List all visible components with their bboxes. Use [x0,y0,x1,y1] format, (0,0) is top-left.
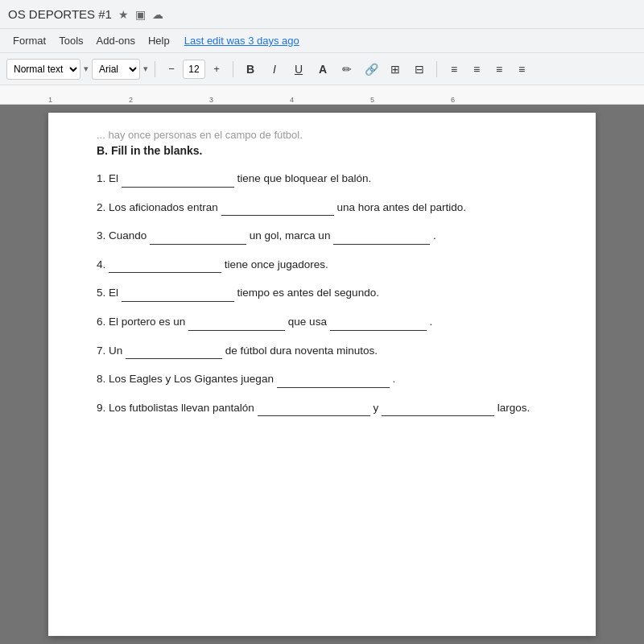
star-icon[interactable]: ★ [118,8,129,21]
title-bar: OS DEPORTES #1 ★ ▣ ☁ [0,0,644,29]
font-chevron-icon: ▾ [143,64,148,74]
item-number: 7. Un [97,345,126,357]
list-item: 4. tiene once jugadores. [97,256,547,274]
ruler-mark-6: 6 [451,96,455,104]
highlight-button[interactable]: ✏ [336,59,357,80]
drive-icon[interactable]: ▣ [135,8,146,21]
item-number: 8. Los Eagles y Los Gigantes juegan [97,373,277,385]
doc-title: OS DEPORTES #1 [8,7,112,21]
last-edit-label: Last edit was 3 days ago [184,35,299,47]
font-size-decrease-button[interactable]: − [162,60,181,79]
align-center-button[interactable]: ≡ [466,59,487,80]
align-group: ≡ ≡ ≡ ≡ [444,59,532,80]
toolbar-divider-3 [436,61,437,77]
list-item: 6. El portero es un que usa . [97,313,547,331]
ruler-mark-5: 5 [370,96,374,104]
item-text: y [373,402,382,414]
blank-input-2[interactable] [333,232,430,245]
cloud-icon[interactable]: ☁ [152,8,163,21]
item-text: tiempo es antes del segundo. [237,287,379,299]
font-size-increase-button[interactable]: + [207,60,226,79]
toolbar-divider-1 [155,61,155,77]
item-text: de fútbol dura noventa minutos. [225,345,378,357]
item-number: 1. El [97,172,122,184]
item-text: tiene que bloquear el balón. [237,172,372,184]
item-text: que usa [288,316,330,328]
image-button[interactable]: ⊟ [409,59,430,80]
item-number: 4. [97,258,109,270]
list-item: 3. Cuando un gol, marca un . [97,227,547,245]
blank-input[interactable] [188,318,285,331]
blank-input[interactable] [122,289,234,302]
menu-format[interactable]: Format [8,32,51,49]
blank-input-2[interactable] [330,318,427,331]
ruler-mark-3: 3 [209,96,213,104]
list-item: 9. Los futbolistas llevan pantalón y lar… [97,399,547,417]
align-left-button[interactable]: ≡ [444,59,464,80]
section-header: B. Fill in the blanks. [97,144,547,157]
ruler-mark-2: 2 [129,96,133,104]
blank-input[interactable] [126,346,222,359]
link-button[interactable]: 🔗 [361,59,382,80]
partial-line: ... hay once personas en el campo de fút… [97,129,547,141]
menu-tools[interactable]: Tools [54,32,88,49]
ruler-mark-4: 4 [290,96,294,104]
list-item: 5. El tiempo es antes del segundo. [97,284,547,302]
item-text: un gol, marca un [250,229,333,242]
blank-input[interactable] [258,403,370,416]
item-number: 2. Los aficionados entran [97,201,221,213]
comment-button[interactable]: ⊞ [385,59,406,80]
list-item: 2. Los aficionados entran una hora antes… [97,199,547,217]
chevron-down-icon: ▾ [84,64,89,74]
list-item: 8. Los Eagles y Los Gigantes juegan . [97,370,547,388]
item-text: una hora antes del partido. [336,201,466,213]
item-number: 3. Cuando [97,229,150,242]
italic-button[interactable]: I [264,59,285,80]
menu-addons[interactable]: Add-ons [92,32,140,49]
item-number: 6. El portero es un [97,316,188,328]
underline-button[interactable]: U [288,59,309,80]
font-select[interactable]: Arial [92,59,140,80]
font-size-input[interactable] [183,60,205,79]
list-item: 1. El tiene que bloquear el balón. [97,170,547,188]
blank-input[interactable] [150,232,246,245]
page: ... hay once personas en el campo de fút… [48,113,596,636]
style-select[interactable]: Normal text [6,59,80,80]
blank-input[interactable] [221,203,334,216]
doc-area: ... hay once personas en el campo de fút… [0,105,644,644]
align-justify-button[interactable]: ≡ [511,59,532,80]
item-text-end: largos. [497,402,530,414]
menu-bar: Format Tools Add-ons Help Last edit was … [0,29,644,53]
blank-input[interactable] [109,260,221,273]
blank-input[interactable] [277,375,390,388]
item-number: 5. El [97,287,122,299]
blank-input-2[interactable] [382,403,494,416]
align-right-button[interactable]: ≡ [489,59,510,80]
toolbar: Normal text ▾ Arial ▾ − + B I U A ✏ 🔗 ⊞ … [0,53,644,85]
list-item: 7. Un de fútbol dura noventa minutos. [97,342,547,360]
font-size-control: − + [162,60,226,79]
blank-input[interactable] [122,175,234,188]
item-text: tiene once jugadores. [225,258,328,270]
font-color-button[interactable]: A [312,59,333,80]
menu-help[interactable]: Help [143,32,175,49]
ruler: 1 2 3 4 5 6 [0,85,644,105]
ruler-mark-1: 1 [48,96,52,104]
bold-button[interactable]: B [240,59,261,80]
item-text: . [392,373,395,385]
toolbar-divider-2 [233,61,233,77]
item-text-end: . [433,229,436,242]
item-number: 9. Los futbolistas llevan pantalón [97,402,258,414]
item-text-end: . [429,316,432,328]
